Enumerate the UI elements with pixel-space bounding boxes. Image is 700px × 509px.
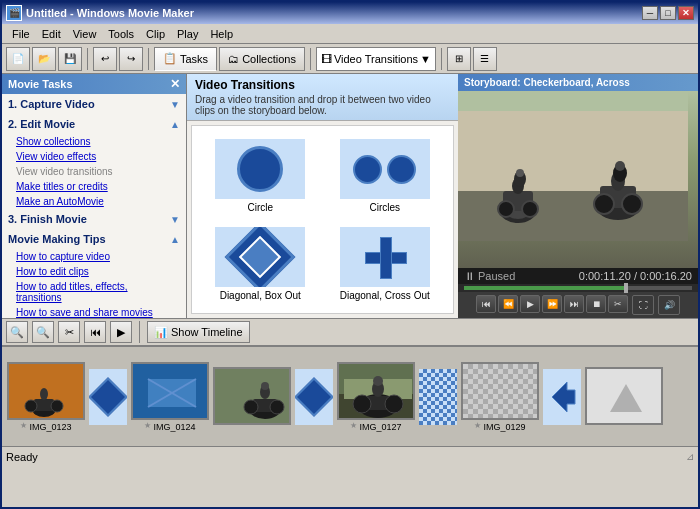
tasks-close-button[interactable]: ✕ xyxy=(170,77,180,91)
moto-scene-svg xyxy=(458,91,688,241)
play-storyboard-button[interactable]: ▶ xyxy=(110,321,132,343)
section-finish-movie[interactable]: 3. Finish Movie ▼ xyxy=(2,209,186,229)
split-clip-button[interactable]: ✂ xyxy=(58,321,80,343)
close-button[interactable]: ✕ xyxy=(678,6,694,20)
svg-point-22 xyxy=(25,400,37,412)
svg-point-32 xyxy=(244,400,258,414)
story-frame-img0124b[interactable] xyxy=(213,367,291,425)
transition-circles-preview xyxy=(340,139,430,199)
maximize-button[interactable]: □ xyxy=(660,6,676,20)
story-label-area-0129: ★ IMG_0129 xyxy=(474,420,525,432)
storyboard-transition-2[interactable] xyxy=(294,368,334,426)
frame-img0123-svg xyxy=(9,364,85,420)
section-capture-video[interactable]: 1. Capture Video ▼ xyxy=(2,94,186,114)
storyboard-item-img0124: ★ IMG_0124 xyxy=(130,362,210,432)
toolbar-sep1 xyxy=(87,48,88,70)
size-grip-icon[interactable]: ⊿ xyxy=(686,451,694,462)
rewind-button[interactable]: ⏪ xyxy=(498,295,518,313)
svg-point-13 xyxy=(622,194,642,214)
view-list-btn[interactable]: ☰ xyxy=(473,47,497,71)
section-edit-label: 2. Edit Movie xyxy=(8,118,75,130)
story-frame-blank[interactable] xyxy=(585,367,663,425)
menu-bar: File Edit View Tools Clip Play Help xyxy=(2,24,698,44)
prev-frame-button[interactable]: ⏮ xyxy=(476,295,496,313)
minimize-button[interactable]: ─ xyxy=(642,6,658,20)
storyboard-item-blank xyxy=(584,367,664,427)
transition-diagonal-box[interactable]: Diagonal, Box Out xyxy=(200,222,321,306)
tab-collections[interactable]: 🗂 Collections xyxy=(219,47,305,71)
story-frame-img0123[interactable] xyxy=(7,362,85,420)
chevron-down-icon: ▼ xyxy=(420,53,431,65)
svg-point-42 xyxy=(385,395,403,413)
play-button[interactable]: ▶ xyxy=(520,295,540,313)
show-timeline-button[interactable]: 📊 Show Timeline xyxy=(147,321,250,343)
fast-forward-button[interactable]: ⏩ xyxy=(542,295,562,313)
svg-point-33 xyxy=(270,400,284,414)
tips-links: How to capture video How to edit clips H… xyxy=(2,249,186,318)
transition-bars[interactable]: Bars xyxy=(200,310,321,314)
menu-clip[interactable]: Clip xyxy=(140,26,171,42)
transition-mini-4 xyxy=(543,369,581,425)
video-preview-panel: Storyboard: Checkerboard, Across xyxy=(458,74,698,318)
tasks-panel-header: Movie Tasks ✕ xyxy=(2,74,186,94)
storyboard-transition-1[interactable] xyxy=(88,368,128,426)
menu-help[interactable]: Help xyxy=(204,26,239,42)
menu-play[interactable]: Play xyxy=(171,26,204,42)
link-add-titles[interactable]: How to add titles, effects, transitions xyxy=(2,279,186,305)
transition-circles[interactable]: Circles xyxy=(325,134,446,218)
prev-storyboard-button[interactable]: ⏮ xyxy=(84,321,106,343)
menu-tools[interactable]: Tools xyxy=(102,26,140,42)
section-edit-expand-icon: ▲ xyxy=(170,119,180,130)
tab-tasks[interactable]: 📋 Tasks xyxy=(154,47,217,71)
svg-point-35 xyxy=(261,382,269,390)
view-toggle-btn[interactable]: ⊞ xyxy=(447,47,471,71)
link-make-titles[interactable]: Make titles or credits xyxy=(2,179,186,194)
link-save-share[interactable]: How to save and share movies xyxy=(2,305,186,318)
title-bar-left: 🎬 Untitled - Windows Movie Maker xyxy=(6,5,194,21)
title-bar-text: Untitled - Windows Movie Maker xyxy=(26,7,194,19)
story-frame-img0129[interactable] xyxy=(461,362,539,420)
stop-button[interactable]: ⏹ xyxy=(586,295,606,313)
fullscreen-button[interactable]: ⛶ xyxy=(632,295,654,315)
story-frame-img0124[interactable] xyxy=(131,362,209,420)
center-content: Video Transitions Drag a video transitio… xyxy=(187,74,458,318)
link-capture-video[interactable]: How to capture video xyxy=(2,249,186,264)
storyboard-transition-4[interactable] xyxy=(542,368,582,426)
tasks-tab-label: Tasks xyxy=(180,53,208,65)
menu-view[interactable]: View xyxy=(67,26,103,42)
split-button[interactable]: ✂ xyxy=(608,295,628,313)
svg-point-41 xyxy=(353,395,371,413)
seek-bar[interactable] xyxy=(464,286,692,290)
transitions-dropdown[interactable]: 🎞 Video Transitions ▼ xyxy=(316,47,436,71)
transition-mini-3 xyxy=(419,369,457,425)
link-show-collections[interactable]: Show collections xyxy=(2,134,186,149)
storyboard-transition-3[interactable] xyxy=(418,368,458,426)
svg-point-7 xyxy=(498,201,514,217)
toolbar-undo[interactable]: ↩ xyxy=(93,47,117,71)
section-tips[interactable]: Movie Making Tips ▲ xyxy=(2,229,186,249)
link-view-video-effects[interactable]: View video effects xyxy=(2,149,186,164)
link-make-automovie[interactable]: Make an AutoMovie xyxy=(2,194,186,209)
frame-img0127-svg xyxy=(339,364,415,420)
menu-file[interactable]: File xyxy=(6,26,36,42)
next-frame-button[interactable]: ⏭ xyxy=(564,295,584,313)
zoom-out-button[interactable]: 🔍 xyxy=(6,321,28,343)
storyboard: ★ IMG_0123 ★ IMG_0124 xyxy=(2,346,698,446)
seek-thumb xyxy=(624,283,628,293)
toolbar-new[interactable]: 📄 xyxy=(6,47,30,71)
transition-diagonal-box-preview xyxy=(215,227,305,287)
toolbar-redo[interactable]: ↪ xyxy=(119,47,143,71)
transition-diagonal-cross[interactable]: Diagonal, Cross Out xyxy=(325,222,446,306)
link-edit-clips[interactable]: How to edit clips xyxy=(2,264,186,279)
zoom-in-button[interactable]: 🔍 xyxy=(32,321,54,343)
volume-button[interactable]: 🔊 xyxy=(658,295,680,315)
section-edit-movie[interactable]: 2. Edit Movie ▲ xyxy=(2,114,186,134)
menu-edit[interactable]: Edit xyxy=(36,26,67,42)
transition-circle[interactable]: Circle xyxy=(200,134,321,218)
story-label-0124: IMG_0124 xyxy=(153,422,195,432)
status-text: Ready xyxy=(6,451,38,463)
toolbar-open[interactable]: 📂 xyxy=(32,47,56,71)
story-frame-img0127[interactable] xyxy=(337,362,415,420)
toolbar-save[interactable]: 💾 xyxy=(58,47,82,71)
paused-label: Paused xyxy=(478,270,515,282)
